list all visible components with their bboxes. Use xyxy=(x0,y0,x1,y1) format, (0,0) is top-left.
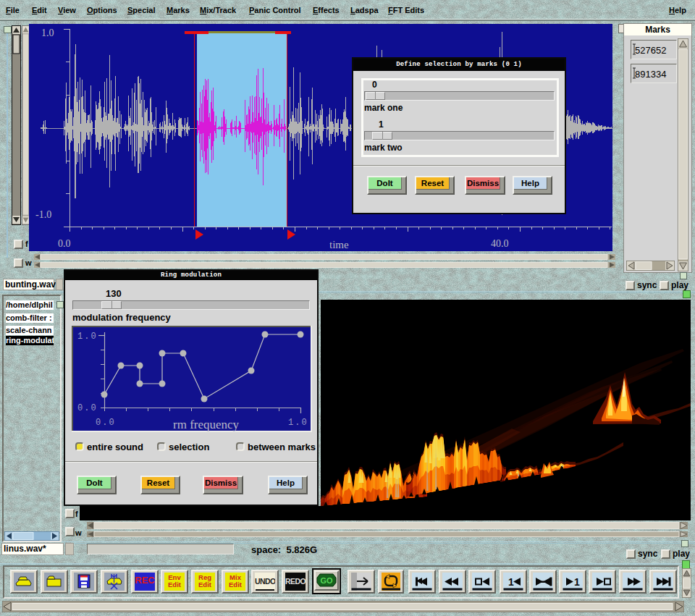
svg-text:-1.0: -1.0 xyxy=(35,209,51,220)
svg-text:0.0: 0.0 xyxy=(58,238,71,249)
svg-text:1.0: 1.0 xyxy=(77,332,98,342)
svg-text:1: 1 xyxy=(508,576,514,588)
svg-text:0.0: 0.0 xyxy=(77,403,98,413)
svg-text:1.0: 1.0 xyxy=(41,28,54,38)
svg-text:0.0: 0.0 xyxy=(96,418,116,428)
svg-text:rm frequency: rm frequency xyxy=(173,418,240,431)
svg-text:time: time xyxy=(329,239,349,250)
svg-text:GO: GO xyxy=(320,576,333,585)
svg-text:1.0: 1.0 xyxy=(288,418,308,428)
svg-text:1: 1 xyxy=(574,576,580,588)
svg-text:40.0: 40.0 xyxy=(491,238,509,249)
